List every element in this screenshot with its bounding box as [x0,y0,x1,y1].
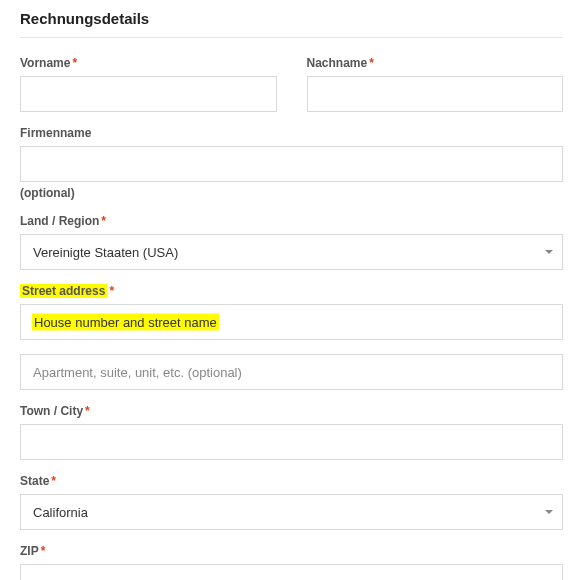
state-label: State* [20,474,563,488]
country-select-value: Vereinigte Staaten (USA) [20,234,563,270]
required-marker: * [369,56,374,70]
first-name-label: Vorname* [20,56,277,70]
required-marker: * [101,214,106,228]
state-select[interactable]: California [20,494,563,530]
company-field[interactable] [20,146,563,182]
company-label: Firmenname [20,126,563,140]
first-name-field[interactable] [20,76,277,112]
city-field[interactable] [20,424,563,460]
street-address-label: Street address* [20,284,563,298]
country-label: Land / Region* [20,214,563,228]
last-name-label: Nachname* [307,56,564,70]
divider [20,37,563,38]
state-select-value: California [20,494,563,530]
required-marker: * [109,284,114,298]
page-title: Rechnungsdetails [20,10,563,37]
last-name-field[interactable] [307,76,564,112]
street-address-line2-field[interactable] [20,354,563,390]
zip-field[interactable] [20,564,563,580]
country-select[interactable]: Vereinigte Staaten (USA) [20,234,563,270]
zip-label: ZIP* [20,544,563,558]
company-optional-note: (optional) [20,186,563,200]
city-label: Town / City* [20,404,563,418]
required-marker: * [51,474,56,488]
required-marker: * [72,56,77,70]
required-marker: * [85,404,90,418]
street-address-line1-field[interactable] [20,304,563,340]
required-marker: * [41,544,46,558]
